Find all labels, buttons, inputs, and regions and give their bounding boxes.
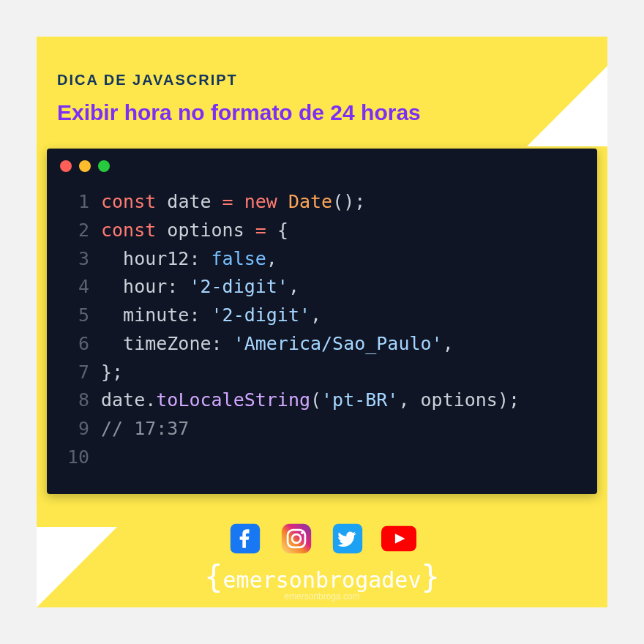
line-number: 1 bbox=[60, 188, 89, 217]
line-number: 3 bbox=[60, 245, 89, 274]
minimize-icon bbox=[79, 160, 91, 172]
line-number: 8 bbox=[60, 386, 89, 415]
youtube-icon[interactable] bbox=[381, 521, 416, 556]
svg-rect-1 bbox=[282, 524, 311, 553]
header: DICA DE JAVASCRIPT Exibir hora no format… bbox=[37, 37, 607, 135]
close-icon bbox=[60, 160, 72, 172]
instagram-icon[interactable] bbox=[279, 521, 314, 556]
line-number: 10 bbox=[60, 443, 89, 472]
window-controls bbox=[60, 160, 584, 172]
line-number: 4 bbox=[60, 273, 89, 302]
line-number: 2 bbox=[60, 217, 89, 245]
kicker: DICA DE JAVASCRIPT bbox=[57, 72, 587, 89]
twitter-icon[interactable] bbox=[330, 521, 365, 556]
code-editor: 1const date = new Date(); 2const options… bbox=[47, 149, 597, 494]
code-line: 8date.toLocaleString('pt-BR', options); bbox=[60, 386, 584, 415]
footer: { emersonbrogadev } emersonbroga.com bbox=[37, 521, 607, 607]
brace-right-icon: } bbox=[421, 562, 439, 593]
brand-logo: { emersonbrogadev } bbox=[204, 562, 440, 593]
facebook-icon[interactable] bbox=[228, 521, 263, 556]
brace-left-icon: { bbox=[204, 562, 222, 593]
card: DICA DE JAVASCRIPT Exibir hora no format… bbox=[37, 37, 607, 607]
code-line: 2const options = { bbox=[60, 217, 584, 245]
code-line: 4 hour: '2-digit', bbox=[60, 273, 584, 302]
brand-text: emersonbrogadev bbox=[223, 567, 422, 593]
code-line: 3 hour12: false, bbox=[60, 245, 584, 274]
code-line: 1const date = new Date(); bbox=[60, 188, 584, 217]
line-number: 7 bbox=[60, 359, 89, 387]
code-line: 9// 17:37 bbox=[60, 415, 584, 443]
code-line: 6 timeZone: 'America/Sao_Paulo', bbox=[60, 330, 584, 359]
decor-triangle-top-right bbox=[527, 66, 607, 146]
line-number: 5 bbox=[60, 302, 89, 330]
code-line: 5 minute: '2-digit', bbox=[60, 302, 584, 330]
social-icons bbox=[228, 521, 416, 556]
code-block: 1const date = new Date(); 2const options… bbox=[60, 188, 584, 472]
svg-point-4 bbox=[301, 531, 304, 534]
maximize-icon bbox=[98, 160, 110, 172]
site-url: emersonbroga.com bbox=[284, 591, 359, 602]
code-line: 7}; bbox=[60, 359, 584, 387]
page-title: Exibir hora no formato de 24 horas bbox=[57, 100, 587, 125]
code-line: 10 bbox=[60, 443, 584, 472]
line-number: 9 bbox=[60, 415, 89, 443]
line-number: 6 bbox=[60, 330, 89, 359]
